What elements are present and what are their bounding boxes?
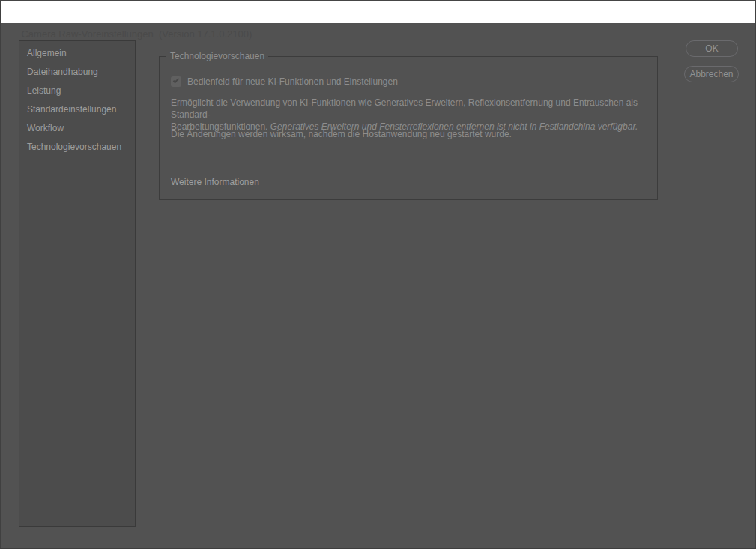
sidebar-item-workflow[interactable]: Workflow bbox=[19, 119, 135, 138]
sidebar-item-leistung[interactable]: Leistung bbox=[19, 82, 135, 100]
ok-button[interactable]: OK bbox=[686, 40, 738, 57]
preferences-nav-sidebar: Allgemein Dateihandhabung Leistung Stand… bbox=[19, 40, 136, 527]
feature-description: Ermöglicht die Verwendung von KI-Funktio… bbox=[171, 97, 652, 133]
sidebar-item-standardeinstellungen[interactable]: Standardeinstellungen bbox=[19, 100, 135, 119]
checkmark-icon bbox=[173, 77, 179, 83]
sidebar-item-technologievorschauen[interactable]: Technologievorschauen bbox=[19, 138, 135, 157]
more-information-link[interactable]: Weitere Informationen bbox=[171, 177, 259, 187]
technology-previews-groupbox: Technologievorschauen Bedienfeld für neu… bbox=[159, 56, 658, 200]
ai-panel-checkbox[interactable] bbox=[171, 76, 181, 87]
title-bar: Camera Raw-Voreinstellungen (Version 17.… bbox=[1, 1, 755, 23]
description-line1: Ermöglicht die Verwendung von KI-Funktio… bbox=[171, 97, 638, 120]
groupbox-legend: Technologievorschauen bbox=[166, 51, 268, 62]
camera-raw-preferences-dialog: Camera Raw-Voreinstellungen (Version 17.… bbox=[0, 0, 756, 549]
sidebar-item-dateihandhabung[interactable]: Dateihandhabung bbox=[19, 63, 135, 82]
ai-panel-checkbox-row: Bedienfeld für neue KI-Funktionen und Ei… bbox=[171, 76, 398, 87]
window-title: Camera Raw-Voreinstellungen (Version 17.… bbox=[21, 28, 252, 40]
cancel-button[interactable]: Abbrechen bbox=[684, 66, 739, 82]
restart-note: Die Änderungen werden wirksam, nachdem d… bbox=[171, 128, 652, 140]
sidebar-item-allgemein[interactable]: Allgemein bbox=[19, 44, 135, 63]
ai-panel-checkbox-label: Bedienfeld für neue KI-Funktionen und Ei… bbox=[187, 76, 398, 87]
